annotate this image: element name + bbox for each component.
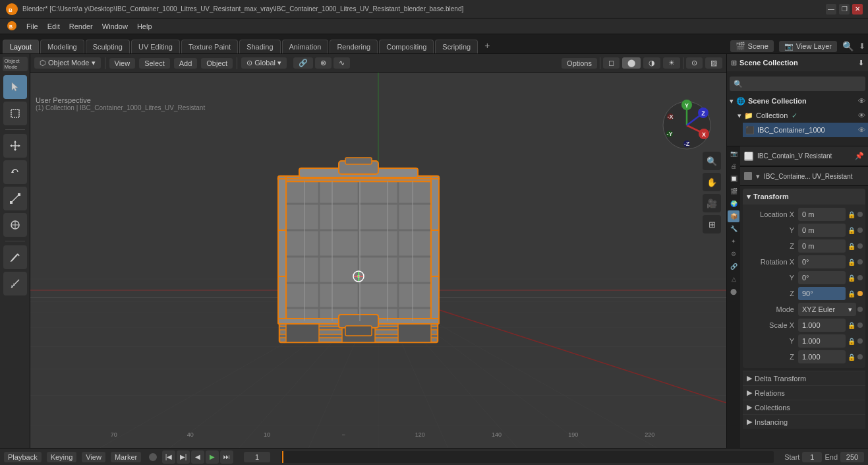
- add-workspace-button[interactable]: +: [479, 38, 495, 53]
- instancing-section[interactable]: ▶ Instancing: [743, 414, 865, 429]
- collection-check-icon[interactable]: ✓: [792, 111, 797, 120]
- pan-button[interactable]: ✋: [703, 173, 721, 191]
- mode-keyframe[interactable]: [857, 307, 863, 312]
- physics-props-tab[interactable]: ⚙: [728, 248, 739, 260]
- loc-y-value[interactable]: 0 m: [798, 224, 846, 237]
- box-select-button[interactable]: [3, 102, 27, 125]
- collections-section[interactable]: ▶ Collections: [743, 400, 865, 414]
- modifier-props-tab[interactable]: 🔧: [728, 223, 739, 235]
- world-props-tab[interactable]: 🌍: [728, 198, 739, 210]
- rot-y-keyframe[interactable]: [857, 275, 863, 280]
- view-layer-selector[interactable]: 📷 View Layer: [779, 41, 837, 52]
- close-button[interactable]: ✕: [852, 4, 863, 15]
- move-tool-button[interactable]: [3, 134, 27, 158]
- marker-menu[interactable]: Marker: [111, 452, 141, 462]
- properties-scroll[interactable]: ▾ Transform Location X 0 m 🔒: [740, 186, 868, 448]
- rot-y-lock[interactable]: 🔒: [847, 273, 856, 282]
- object-props-tab[interactable]: 📦: [728, 210, 739, 222]
- timeline-scrubber[interactable]: [281, 451, 774, 463]
- object-menu-button[interactable]: Object: [201, 58, 233, 69]
- ibc-visibility-icon[interactable]: 👁: [858, 126, 865, 134]
- tab-shading[interactable]: Shading: [239, 40, 280, 53]
- outliner-filter-icon[interactable]: ⬇: [858, 59, 864, 67]
- constraints-props-tab[interactable]: 🔗: [728, 261, 739, 272]
- loc-y-keyframe[interactable]: [857, 228, 863, 233]
- transform-tool-button[interactable]: [3, 213, 27, 237]
- relations-section[interactable]: ▶ Relations: [743, 385, 865, 400]
- rotation-mode-dropdown[interactable]: XYZ Euler ▾: [798, 303, 856, 316]
- menu-file[interactable]: File: [22, 21, 42, 32]
- measure-tool-button[interactable]: [3, 272, 27, 295]
- xray-button[interactable]: ▨: [705, 57, 722, 69]
- scale-tool-button[interactable]: [3, 187, 27, 210]
- tab-modeling[interactable]: Modeling: [40, 40, 84, 53]
- pin-icon[interactable]: 📌: [855, 152, 864, 160]
- zoom-to-fit-button[interactable]: 🔍: [703, 152, 721, 170]
- rot-x-keyframe[interactable]: [857, 259, 863, 264]
- jump-end-button[interactable]: ▶|: [177, 450, 190, 464]
- collection-visibility-icon[interactable]: 👁: [858, 111, 865, 119]
- rendered-shading-button[interactable]: ☀: [663, 57, 680, 69]
- tab-uv-editing[interactable]: UV Editing: [131, 40, 180, 53]
- tab-rendering[interactable]: Rendering: [330, 40, 378, 53]
- menu-render[interactable]: Render: [65, 21, 97, 32]
- rot-x-value[interactable]: 0°: [798, 255, 846, 268]
- visibility-icon[interactable]: 👁: [858, 97, 865, 105]
- loc-x-keyframe[interactable]: [857, 212, 863, 217]
- menu-edit[interactable]: Edit: [43, 21, 64, 32]
- next-keyframe-button[interactable]: ⏭: [220, 450, 233, 464]
- outliner-row-ibc[interactable]: ⬛ IBC_Container_1000 👁: [743, 123, 868, 137]
- options-button[interactable]: Options: [562, 58, 597, 69]
- scale-y-lock[interactable]: 🔒: [847, 336, 856, 346]
- output-props-tab[interactable]: 🖨: [728, 160, 739, 172]
- outliner-row-scene-collection[interactable]: ▾ 🌐 Scene Collection 👁: [727, 94, 868, 108]
- proportional-edit-button[interactable]: ⊗: [315, 57, 332, 69]
- tab-layout[interactable]: Layout: [3, 40, 39, 53]
- solid-shading-button[interactable]: ⬤: [622, 57, 641, 69]
- pivot-selector[interactable]: ⊙ Global ▾: [241, 57, 287, 69]
- snap-button[interactable]: 🔗: [293, 57, 313, 69]
- filter-icon[interactable]: ⬇: [859, 42, 865, 51]
- rot-x-lock[interactable]: 🔒: [847, 257, 856, 266]
- scale-z-lock[interactable]: 🔒: [847, 352, 856, 361]
- rot-z-lock[interactable]: 🔒: [847, 289, 856, 298]
- scale-x-keyframe[interactable]: [857, 323, 863, 328]
- material-props-tab[interactable]: ⬤: [728, 286, 739, 297]
- delta-transform-section[interactable]: ▶ Delta Transform: [743, 371, 865, 385]
- scale-z-keyframe[interactable]: [857, 354, 863, 359]
- wireframe-shading-button[interactable]: ◻: [603, 57, 620, 69]
- navigation-gizmo[interactable]: Y X Z -X -Y -Z: [660, 99, 713, 152]
- prev-keyframe-button[interactable]: ◀: [191, 450, 204, 464]
- scale-z-value[interactable]: 1.000: [798, 350, 846, 363]
- viewport-canvas[interactable]: 70 40 10 − 120 140 190 220: [30, 73, 726, 448]
- maximize-button[interactable]: ❐: [839, 4, 850, 15]
- loc-z-keyframe[interactable]: [857, 243, 863, 249]
- scene-props-tab[interactable]: 🎬: [728, 185, 739, 197]
- menu-blender[interactable]: B: [3, 19, 21, 34]
- tab-texture-paint[interactable]: Texture Paint: [181, 40, 238, 53]
- loc-z-lock[interactable]: 🔒: [847, 241, 856, 251]
- outliner-row-collection[interactable]: ▾ 📁 Collection ✓ 👁: [735, 108, 868, 123]
- jump-start-button[interactable]: |◀: [162, 450, 175, 464]
- rot-y-value[interactable]: 0°: [798, 271, 846, 284]
- rot-z-keyframe[interactable]: [857, 291, 863, 296]
- tab-sculpting[interactable]: Sculpting: [86, 40, 130, 53]
- scale-y-keyframe[interactable]: [857, 338, 863, 344]
- minimize-button[interactable]: —: [826, 4, 836, 15]
- falloff-button[interactable]: ∿: [333, 57, 350, 69]
- scale-y-value[interactable]: 1.000: [798, 334, 846, 348]
- record-button[interactable]: [149, 453, 157, 461]
- start-frame[interactable]: 1: [802, 452, 822, 462]
- transform-header[interactable]: ▾ Transform: [743, 189, 865, 204]
- loc-x-value[interactable]: 0 m: [798, 208, 846, 221]
- rot-z-value[interactable]: 90°: [798, 287, 846, 300]
- particles-props-tab[interactable]: ✦: [728, 235, 739, 247]
- tab-animation[interactable]: Animation: [282, 40, 329, 53]
- loc-x-lock[interactable]: 🔒: [847, 210, 856, 219]
- play-button[interactable]: ▶: [206, 450, 219, 464]
- overlay-button[interactable]: ⊙: [686, 57, 703, 69]
- window-controls[interactable]: — ❐ ✕: [826, 4, 863, 15]
- rotate-tool-button[interactable]: [3, 160, 27, 184]
- view-menu-timeline[interactable]: View: [82, 452, 105, 462]
- outliner-search-input[interactable]: [745, 80, 861, 88]
